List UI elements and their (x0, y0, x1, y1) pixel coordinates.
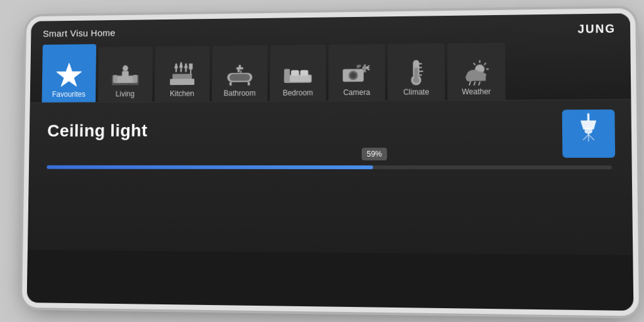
bathroom-icon (225, 62, 255, 87)
svg-marker-0 (57, 63, 82, 86)
svg-rect-61 (467, 76, 486, 81)
svg-rect-24 (238, 65, 241, 69)
tab-bedroom[interactable]: Bedroom (270, 45, 326, 101)
svg-rect-3 (113, 75, 118, 83)
svg-rect-28 (248, 82, 250, 85)
svg-point-71 (585, 131, 587, 133)
tab-weather[interactable]: Weather (447, 43, 505, 100)
ceiling-light-icon (570, 113, 607, 155)
tab-favourites[interactable]: Favourites (42, 44, 97, 103)
tab-climate-label: Climate (403, 87, 429, 96)
tab-favourites-label: Favourites (52, 90, 86, 99)
svg-line-68 (583, 135, 588, 140)
camera-icon: IP (341, 60, 372, 86)
app-title: Smart Visu Home (43, 21, 617, 39)
svg-point-36 (350, 72, 356, 78)
tab-camera[interactable]: IP Camera (328, 44, 385, 101)
device-frame: JUNG Smart Visu Home Favourites (27, 13, 634, 311)
slider-track: 59% (47, 165, 612, 170)
slider-fill: 59% (47, 165, 373, 169)
kitchen-icon (167, 62, 197, 87)
svg-line-55 (484, 64, 486, 65)
svg-line-63 (474, 82, 475, 85)
nav-tabs: Favourites Li (42, 38, 618, 103)
svg-point-26 (240, 70, 242, 74)
star-icon (55, 63, 84, 87)
slider-value-label: 59% (362, 148, 387, 160)
main-content: Ceiling light 59% (28, 100, 633, 255)
svg-rect-47 (414, 67, 418, 79)
brightness-slider[interactable]: 59% (47, 165, 612, 170)
tab-bedroom-label: Bedroom (282, 89, 313, 97)
svg-line-57 (474, 64, 475, 65)
tab-kitchen[interactable]: Kitchen (155, 46, 210, 102)
tab-kitchen-label: Kitchen (170, 89, 194, 98)
header-bar: Smart Visu Home Favourites (30, 13, 631, 103)
svg-rect-31 (291, 70, 299, 75)
tab-bathroom[interactable]: Bathroom (212, 45, 268, 101)
brand-logo: JUNG (577, 23, 616, 36)
tab-living-label: Living (116, 89, 135, 98)
svg-rect-22 (230, 74, 250, 81)
svg-rect-30 (284, 69, 290, 83)
svg-rect-27 (230, 82, 232, 86)
tab-weather-label: Weather (462, 87, 491, 96)
tab-living[interactable]: Living (98, 47, 153, 102)
svg-rect-32 (300, 70, 308, 75)
living-icon (111, 63, 140, 87)
ceiling-light-widget-button[interactable] (562, 109, 615, 158)
svg-rect-17 (172, 74, 192, 79)
bedroom-icon (283, 61, 313, 86)
tab-camera-label: Camera (343, 88, 370, 97)
svg-rect-6 (122, 71, 129, 77)
ceiling-light-label: Ceiling light (47, 119, 612, 140)
weather-icon (461, 59, 492, 85)
svg-point-73 (591, 131, 592, 133)
svg-line-62 (469, 82, 470, 86)
tab-bathroom-label: Bathroom (224, 89, 256, 97)
svg-point-72 (588, 133, 590, 134)
svg-point-5 (123, 65, 128, 71)
svg-rect-38 (364, 64, 366, 72)
svg-rect-4 (133, 75, 137, 83)
svg-rect-33 (290, 75, 311, 81)
svg-text:IP: IP (357, 64, 361, 69)
climate-icon (401, 60, 431, 85)
svg-rect-7 (170, 79, 194, 85)
svg-line-70 (589, 135, 594, 140)
svg-line-64 (479, 82, 480, 86)
tab-climate[interactable]: Climate (387, 43, 445, 101)
